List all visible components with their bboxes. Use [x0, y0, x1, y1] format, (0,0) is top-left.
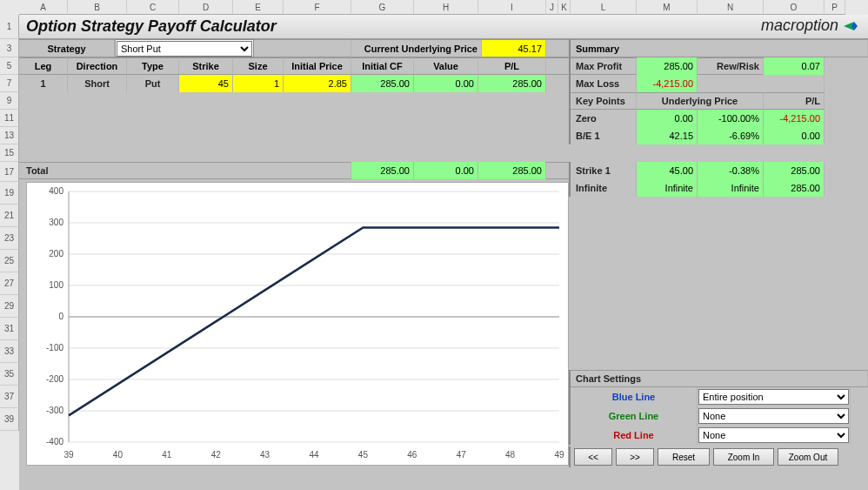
row-red-line: Red Line None — [19, 426, 868, 445]
svg-text:100: 100 — [49, 280, 63, 290]
sheet-body: Option Strategy Payoff Calculator macrop… — [19, 15, 868, 490]
max-loss-value: -4,215.00 — [637, 75, 698, 92]
row-header: 27 — [0, 272, 19, 295]
column-header-row: A B C D E F G H I J K L M N O P — [0, 0, 868, 15]
red-line-select[interactable]: None — [698, 427, 849, 443]
brand-logo: macroption — [761, 17, 859, 35]
row-header: 25 — [0, 250, 19, 272]
svg-text:-100: -100 — [46, 343, 63, 352]
strategy-label: Strategy — [19, 39, 115, 57]
row-leg-headers: Leg Direction Type Strike Size Initial P… — [19, 57, 868, 75]
row-header: 35 — [0, 363, 19, 386]
row-header: 11 — [0, 110, 19, 127]
row-chart-buttons: << >> Reset Zoom In Zoom Out — [19, 446, 868, 467]
page-title: Option Strategy Payoff Calculator — [26, 17, 277, 36]
cup-value[interactable]: 45.17 — [482, 39, 546, 57]
svg-text:200: 200 — [49, 249, 63, 258]
svg-text:0: 0 — [58, 312, 63, 321]
brand-icon — [842, 19, 859, 33]
row-header: 17 — [0, 162, 19, 182]
row-chart-settings-hdr: Chart Settings — [19, 370, 868, 387]
max-profit-value: 285.00 — [637, 57, 698, 75]
row-blue-line: Blue Line Entire position — [19, 387, 868, 406]
row-header: 1 — [0, 15, 19, 39]
row-header: 15 — [0, 144, 19, 162]
cup-label: Current Underlying Price — [351, 39, 482, 57]
row-header: 3 — [0, 39, 19, 57]
keypoint-row: Strike 145.00-0.38%285.00 — [19, 162, 868, 179]
zoom-out-button[interactable]: Zoom Out — [778, 448, 838, 466]
title-row: Option Strategy Payoff Calculator macrop… — [19, 15, 868, 39]
row-leg-1: 1 Short Put 45 1 2.85 285.00 0.00 285.00… — [19, 75, 868, 92]
summary-label: Summary — [571, 39, 868, 57]
blue-line-select[interactable]: Entire position — [698, 389, 849, 405]
zoom-in-button[interactable]: Zoom In — [713, 448, 774, 466]
row-header: 13 — [0, 127, 19, 144]
row-header: 9 — [0, 92, 19, 110]
strategy-select[interactable]: Short Put — [117, 41, 252, 57]
row-header: 21 — [0, 205, 19, 227]
row-header: 39 — [0, 408, 19, 431]
row-header: 29 — [0, 295, 19, 318]
row-green-line: Green Line None — [19, 406, 868, 426]
row-header: 5 — [0, 57, 19, 75]
green-line-select[interactable]: None — [698, 408, 849, 424]
next-button[interactable]: >> — [616, 448, 654, 466]
prev-button[interactable]: << — [574, 448, 612, 466]
rew-risk-value: 0.07 — [764, 57, 825, 75]
keypoint-row: InfiniteInfiniteInfinite285.00 — [19, 179, 868, 197]
row-header: 31 — [0, 318, 19, 340]
row-header: 7 — [0, 75, 19, 92]
row-header: 23 — [0, 227, 19, 250]
row-header: 19 — [0, 182, 19, 205]
row-strategy: Strategy Short Put Current Underlying Pr… — [19, 39, 868, 57]
keypoint-row: Zero0.00-100.00%-4,215.00 — [19, 110, 868, 127]
keypoint-row: B/E 142.15-6.69%0.00 — [19, 127, 868, 144]
reset-button[interactable]: Reset — [658, 448, 710, 466]
strategy-dropdown-wrap: Short Put — [115, 39, 254, 57]
row-header: 37 — [0, 386, 19, 408]
svg-text:300: 300 — [49, 218, 63, 227]
row-header: 33 — [0, 340, 19, 363]
row-keypoints-hdr: Key Points Underlying Price P/L — [19, 92, 868, 110]
